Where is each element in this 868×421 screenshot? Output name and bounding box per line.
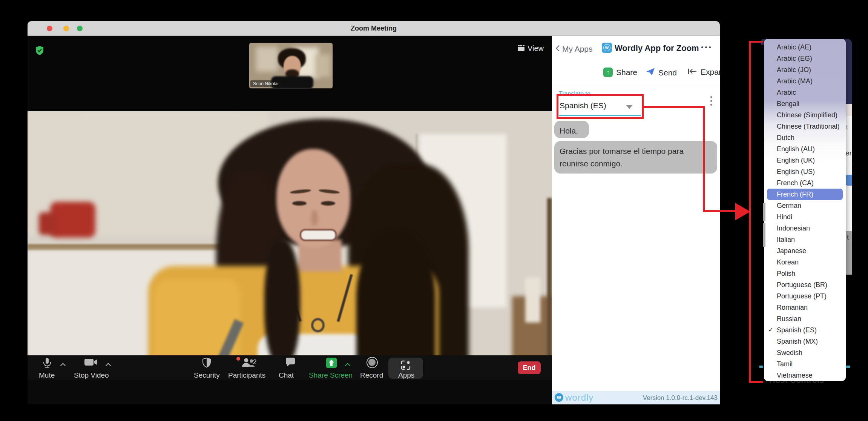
scrollbar-fragment[interactable] <box>763 203 765 221</box>
language-option-label: Chinese (Simplified) <box>777 111 837 119</box>
participant-video-thumbnail[interactable]: Sean Nikolai <box>249 43 333 89</box>
apps-icon <box>400 360 411 372</box>
language-option[interactable]: French (CA) <box>764 177 846 189</box>
wordly-footer: w wordly Version 1.0.0-rc.1-dev.143 <box>552 391 720 404</box>
language-option[interactable]: Arabic <box>764 87 846 98</box>
participants-button[interactable]: 2 Participants <box>236 358 262 369</box>
send-action-label: Send <box>658 68 677 77</box>
expand-button[interactable]: Expand <box>688 68 720 77</box>
language-option[interactable]: Korean <box>764 257 846 268</box>
view-grid-icon <box>518 45 524 52</box>
language-option-label: Dutch <box>777 134 794 141</box>
language-menu: Arabic (AE)Arabic (EG)Arabic (JO)Arabic … <box>764 39 846 381</box>
language-option[interactable]: Italian <box>764 234 846 245</box>
language-option[interactable]: English (AU) <box>764 143 846 155</box>
stop-video-label: Stop Video <box>74 371 109 380</box>
language-option[interactable]: Chinese (Simplified) <box>764 109 846 121</box>
security-button[interactable]: Security <box>195 358 218 369</box>
language-option[interactable]: Japanese <box>764 245 846 257</box>
zoom-meeting-window: Zoom Meeting <box>28 21 720 404</box>
language-option[interactable]: Portuguese (PT) <box>764 290 846 302</box>
encryption-shield-icon[interactable] <box>35 46 44 57</box>
apps-button[interactable]: Apps <box>388 358 423 379</box>
language-option-label: English (US) <box>777 168 815 175</box>
camera-icon <box>84 362 97 368</box>
mute-button[interactable]: Mute <box>36 358 58 370</box>
view-label: View <box>528 44 544 53</box>
language-option-label: French (FR) <box>777 191 813 198</box>
scrollbar-fragment[interactable] <box>763 223 765 247</box>
language-option-label: Russian <box>777 315 801 323</box>
language-option-label: Spanish (ES) <box>777 326 817 334</box>
chevron-left-icon <box>556 45 560 54</box>
background-underline-fragment <box>846 366 850 368</box>
share-app-button[interactable]: ↑ Share <box>603 68 637 77</box>
chat-bubble-icon <box>285 363 296 369</box>
window-title: Zoom Meeting <box>28 25 720 32</box>
end-meeting-button[interactable]: End <box>518 361 541 374</box>
language-option-label: Tamil <box>777 360 793 368</box>
language-option-label: Italian <box>777 236 795 243</box>
language-option[interactable]: Spanish (MX) <box>764 336 846 347</box>
language-option[interactable]: Russian <box>764 313 846 324</box>
send-button[interactable]: Send <box>646 68 677 78</box>
language-option[interactable]: German <box>764 200 846 211</box>
language-option[interactable]: ✓Spanish (ES) <box>764 324 846 336</box>
language-option[interactable]: Romanian <box>764 302 846 313</box>
record-label: Record <box>360 371 383 380</box>
language-option[interactable]: Arabic (JO) <box>764 64 846 75</box>
language-option[interactable]: English (US) <box>764 166 846 177</box>
share-screen-label: Share Screen <box>309 371 353 380</box>
background-button-fragment <box>845 175 852 186</box>
language-option-label: Hindi <box>777 213 792 221</box>
language-option[interactable]: Dutch <box>764 132 846 143</box>
version-text: Version 1.0.0-rc.1-dev.143 <box>643 394 718 402</box>
language-option[interactable]: Arabic (MA) <box>764 75 846 87</box>
divider <box>552 85 720 85</box>
language-option-label: Arabic (AE) <box>777 43 811 51</box>
language-option[interactable]: Bengali <box>764 98 846 109</box>
language-option[interactable]: Polish <box>764 268 846 279</box>
language-option[interactable]: English (UK) <box>764 155 846 166</box>
language-option[interactable]: Portuguese (BR) <box>764 279 846 290</box>
participants-label: Participants <box>228 371 265 380</box>
language-option[interactable]: Arabic (AE) <box>764 41 846 53</box>
mute-options-caret-icon[interactable] <box>61 362 66 367</box>
language-option[interactable]: Hindi <box>764 211 846 223</box>
share-screen-icon <box>326 358 337 368</box>
language-option[interactable]: Chinese (Traditional) <box>764 121 846 132</box>
share-screen-button[interactable]: Share Screen <box>324 358 339 369</box>
annotation-bracket-line <box>749 381 763 383</box>
language-option-label: Japanese <box>777 247 806 255</box>
meeting-toolbar: Mute Stop Video Security <box>28 355 552 380</box>
participant-name-badge: Sean Nikolai <box>250 80 281 87</box>
text-fragment: t <box>846 124 848 131</box>
share-action-label: Share <box>616 68 637 77</box>
security-shield-icon <box>202 363 211 369</box>
kebab-menu-icon[interactable] <box>710 96 712 106</box>
share-options-caret-icon[interactable] <box>346 362 350 367</box>
main-video: View Sean Nikolai Mute <box>28 36 552 380</box>
language-option-label: Arabic <box>777 89 796 96</box>
language-option-label: Indonesian <box>777 224 810 232</box>
chat-button[interactable]: Chat <box>281 358 300 369</box>
security-label: Security <box>194 371 220 380</box>
record-button[interactable]: Record <box>365 357 380 369</box>
stop-video-button[interactable]: Stop Video <box>78 358 103 368</box>
language-option-label: French (CA) <box>777 179 814 187</box>
language-option-label: German <box>777 202 801 209</box>
video-options-caret-icon[interactable] <box>106 362 111 367</box>
microphone-icon <box>42 364 52 370</box>
language-option[interactable]: Vietnamese <box>764 370 846 381</box>
language-option[interactable]: Swedish <box>764 347 846 358</box>
more-options-icon[interactable] <box>701 46 711 48</box>
language-option[interactable]: Indonesian <box>764 223 846 234</box>
language-option[interactable]: French (FR) <box>767 189 843 200</box>
notification-dot <box>236 357 240 361</box>
view-button[interactable]: View <box>518 44 544 53</box>
participants-count: 2 <box>253 358 256 366</box>
back-to-my-apps-button[interactable]: My Apps <box>556 45 593 54</box>
language-option[interactable]: Arabic (EG) <box>764 53 846 64</box>
language-option[interactable]: Tamil <box>764 358 846 370</box>
annotation-line <box>644 106 705 108</box>
